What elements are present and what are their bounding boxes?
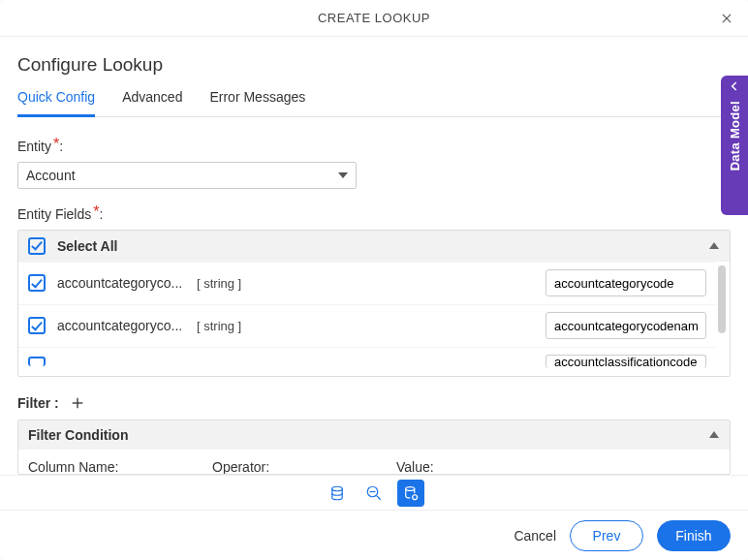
collapse-icon[interactable] [708, 429, 720, 441]
chevron-left-icon [728, 79, 741, 93]
finish-button[interactable]: Finish [657, 520, 731, 551]
entity-fields-label: Entity Fields*: [17, 206, 731, 224]
cancel-button[interactable]: Cancel [514, 528, 556, 544]
svg-marker-2 [338, 172, 348, 178]
field-checkbox[interactable] [28, 357, 46, 366]
entity-fields-label-text: Entity Fields [17, 206, 91, 222]
select-all-label: Select All [57, 238, 118, 254]
field-type: [ string ] [197, 276, 241, 291]
bottom-toolbar [0, 475, 748, 510]
svg-point-9 [406, 486, 415, 490]
modal-title: CREATE LOOKUP [318, 11, 430, 25]
svg-line-8 [377, 495, 381, 499]
required-asterisk: * [93, 203, 99, 221]
add-filter-button[interactable] [69, 394, 86, 412]
field-checkbox[interactable] [28, 274, 46, 292]
data-model-label: Data Model [728, 101, 742, 171]
entity-fields-rows: accountcategoryco... [ string ] accountc… [18, 262, 730, 377]
modal-footer: Cancel Prev Finish [0, 510, 748, 560]
filter-panel-title: Filter Condition [28, 427, 128, 443]
field-name: accountcategoryco... [57, 318, 193, 333]
field-row: accountcategoryco... [ string ] [18, 262, 716, 304]
lookup-config-icon[interactable] [397, 480, 424, 507]
entity-value: Account [26, 168, 76, 183]
field-row-partial [18, 347, 716, 376]
chevron-down-icon [338, 168, 348, 183]
entity-fields-header: Select All [18, 231, 730, 262]
field-name: accountcategoryco... [57, 275, 193, 291]
tab-quick-config[interactable]: Quick Config [17, 89, 95, 117]
entity-label: Entity*: [17, 139, 731, 156]
filter-col-column-name: Column Name: [28, 459, 212, 475]
filter-col-value: Value: [396, 459, 720, 475]
close-icon[interactable] [715, 7, 738, 30]
filter-panel-header: Filter Condition [18, 420, 730, 450]
modal-header: CREATE LOOKUP [0, 0, 748, 37]
field-alias-input[interactable] [545, 355, 706, 368]
tab-error-messages[interactable]: Error Messages [209, 89, 305, 116]
field-alias-input[interactable] [545, 269, 706, 296]
collapse-icon[interactable] [708, 240, 720, 252]
required-asterisk: * [53, 136, 59, 153]
field-checkbox[interactable] [28, 317, 46, 334]
entity-label-text: Entity [17, 139, 51, 154]
datasource-icon[interactable] [324, 480, 351, 507]
filter-label-row: Filter : [17, 394, 731, 412]
create-lookup-modal: CREATE LOOKUP Configure Lookup Quick Con… [0, 0, 748, 560]
tab-advanced[interactable]: Advanced [122, 89, 182, 116]
field-row: accountcategoryco... [ string ] [18, 304, 716, 347]
filter-columns: Column Name: Operator: Value: [18, 450, 730, 475]
filter-panel: Filter Condition Column Name: Operator: … [17, 420, 731, 475]
svg-point-5 [332, 486, 343, 491]
filter-col-operator: Operator: [212, 459, 396, 475]
svg-point-10 [413, 494, 418, 499]
tabs: Quick Config Advanced Error Messages [17, 89, 731, 117]
filter-label-text: Filter : [17, 395, 59, 411]
page-title: Configure Lookup [17, 54, 731, 76]
scrollbar[interactable] [718, 265, 726, 333]
select-all-checkbox[interactable] [28, 237, 46, 255]
modal-body: Configure Lookup Quick Config Advanced E… [0, 37, 748, 475]
entity-fields-panel: Select All accountcategoryco... [ string… [17, 230, 731, 377]
zoom-out-icon[interactable] [360, 480, 388, 507]
data-model-drawer-toggle[interactable]: Data Model [721, 76, 748, 215]
field-alias-input[interactable] [545, 312, 706, 339]
field-type: [ string ] [197, 319, 241, 333]
prev-button[interactable]: Prev [570, 520, 643, 551]
entity-select[interactable]: Account [17, 162, 357, 189]
